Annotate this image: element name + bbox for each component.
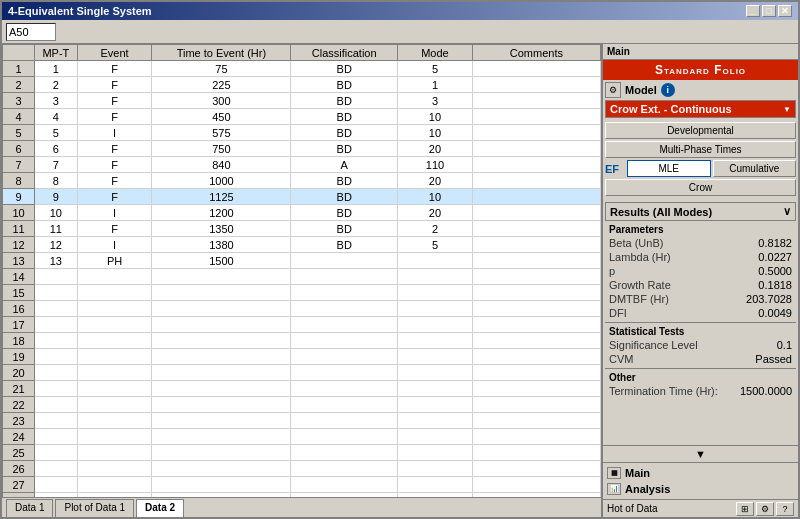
tab-data2[interactable]: Data 2	[136, 499, 184, 517]
cell-mode[interactable]	[398, 413, 473, 429]
cell-class[interactable]	[291, 317, 398, 333]
cell-mpt[interactable]	[35, 461, 78, 477]
cell-comments[interactable]	[472, 477, 600, 493]
settings-button[interactable]: ⚙	[756, 502, 774, 516]
cell-mpt[interactable]: 9	[35, 189, 78, 205]
table-row[interactable]: 99F1125BD10	[3, 189, 601, 205]
cell-mode[interactable]: 110	[398, 157, 473, 173]
cell-event[interactable]	[77, 285, 152, 301]
cell-mode[interactable]	[398, 445, 473, 461]
cell-mpt[interactable]	[35, 333, 78, 349]
cell-event[interactable]: F	[77, 141, 152, 157]
cell-time[interactable]: 750	[152, 141, 291, 157]
cell-time[interactable]	[152, 333, 291, 349]
cell-comments[interactable]	[472, 333, 600, 349]
cell-event[interactable]	[77, 301, 152, 317]
cell-mpt[interactable]	[35, 301, 78, 317]
cell-mpt[interactable]: 2	[35, 77, 78, 93]
mle-button[interactable]: MLE	[627, 160, 711, 177]
table-row[interactable]: 15	[3, 285, 601, 301]
cell-time[interactable]	[152, 477, 291, 493]
cell-mode[interactable]: 5	[398, 61, 473, 77]
table-row[interactable]: 1010I1200BD20	[3, 205, 601, 221]
cell-class[interactable]: BD	[291, 61, 398, 77]
cell-class[interactable]: BD	[291, 237, 398, 253]
cell-mode[interactable]: 10	[398, 189, 473, 205]
model-dropdown[interactable]: Crow Ext. - Continuous ▼	[605, 100, 796, 118]
developmental-button[interactable]: Developmental	[605, 122, 796, 139]
table-row[interactable]: 22	[3, 397, 601, 413]
cell-time[interactable]: 1125	[152, 189, 291, 205]
cell-comments[interactable]	[472, 253, 600, 269]
cell-event[interactable]	[77, 269, 152, 285]
cell-comments[interactable]	[472, 461, 600, 477]
cell-mpt[interactable]: 11	[35, 221, 78, 237]
cell-mpt[interactable]	[35, 317, 78, 333]
cell-class[interactable]: BD	[291, 109, 398, 125]
cell-class[interactable]: BD	[291, 125, 398, 141]
cell-comments[interactable]	[472, 493, 600, 498]
cell-comments[interactable]	[472, 189, 600, 205]
cell-mode[interactable]	[398, 397, 473, 413]
cell-comments[interactable]	[472, 381, 600, 397]
cell-class[interactable]	[291, 461, 398, 477]
cell-class[interactable]	[291, 381, 398, 397]
cell-comments[interactable]	[472, 125, 600, 141]
cell-comments[interactable]	[472, 93, 600, 109]
table-row[interactable]: 17	[3, 317, 601, 333]
cell-event[interactable]: I	[77, 237, 152, 253]
cell-time[interactable]	[152, 413, 291, 429]
cell-class[interactable]	[291, 285, 398, 301]
table-row[interactable]: 55I575BD10	[3, 125, 601, 141]
cell-mpt[interactable]: 5	[35, 125, 78, 141]
cell-time[interactable]: 300	[152, 93, 291, 109]
info-icon[interactable]: i	[661, 83, 675, 97]
cell-class[interactable]	[291, 493, 398, 498]
cell-event[interactable]	[77, 349, 152, 365]
cell-comments[interactable]	[472, 397, 600, 413]
cell-class[interactable]	[291, 413, 398, 429]
cell-mpt[interactable]	[35, 365, 78, 381]
cell-time[interactable]	[152, 429, 291, 445]
cell-mode[interactable]: 10	[398, 109, 473, 125]
cell-mpt[interactable]: 1	[35, 61, 78, 77]
cell-time[interactable]	[152, 317, 291, 333]
cell-event[interactable]	[77, 493, 152, 498]
cell-class[interactable]: BD	[291, 205, 398, 221]
cell-class[interactable]	[291, 349, 398, 365]
cell-mode[interactable]: 10	[398, 125, 473, 141]
table-row[interactable]: 77F840A110	[3, 157, 601, 173]
cell-mode[interactable]	[398, 477, 473, 493]
cell-mpt[interactable]: 13	[35, 253, 78, 269]
cell-mode[interactable]	[398, 285, 473, 301]
minimize-button[interactable]: _	[746, 5, 760, 17]
cell-class[interactable]: BD	[291, 141, 398, 157]
cell-mpt[interactable]	[35, 285, 78, 301]
table-row[interactable]: 20	[3, 365, 601, 381]
cell-mode[interactable]	[398, 365, 473, 381]
cell-time[interactable]: 75	[152, 61, 291, 77]
cell-time[interactable]	[152, 461, 291, 477]
cell-mpt[interactable]	[35, 349, 78, 365]
table-row[interactable]: 1212I1380BD5	[3, 237, 601, 253]
cell-comments[interactable]	[472, 269, 600, 285]
cell-event[interactable]: F	[77, 157, 152, 173]
table-row[interactable]: 21	[3, 381, 601, 397]
cell-time[interactable]	[152, 285, 291, 301]
cell-mpt[interactable]	[35, 445, 78, 461]
cell-comments[interactable]	[472, 157, 600, 173]
cell-event[interactable]	[77, 445, 152, 461]
cell-class[interactable]	[291, 397, 398, 413]
cell-class[interactable]	[291, 477, 398, 493]
cell-mode[interactable]	[398, 493, 473, 498]
cell-mpt[interactable]	[35, 477, 78, 493]
cell-time[interactable]: 225	[152, 77, 291, 93]
table-row[interactable]: 44F450BD10	[3, 109, 601, 125]
cell-time[interactable]	[152, 269, 291, 285]
cell-mpt[interactable]	[35, 269, 78, 285]
tab-data1[interactable]: Data 1	[6, 499, 53, 517]
cell-comments[interactable]	[472, 413, 600, 429]
crow-button[interactable]: Crow	[605, 179, 796, 196]
cell-event[interactable]: F	[77, 189, 152, 205]
cell-comments[interactable]	[472, 173, 600, 189]
